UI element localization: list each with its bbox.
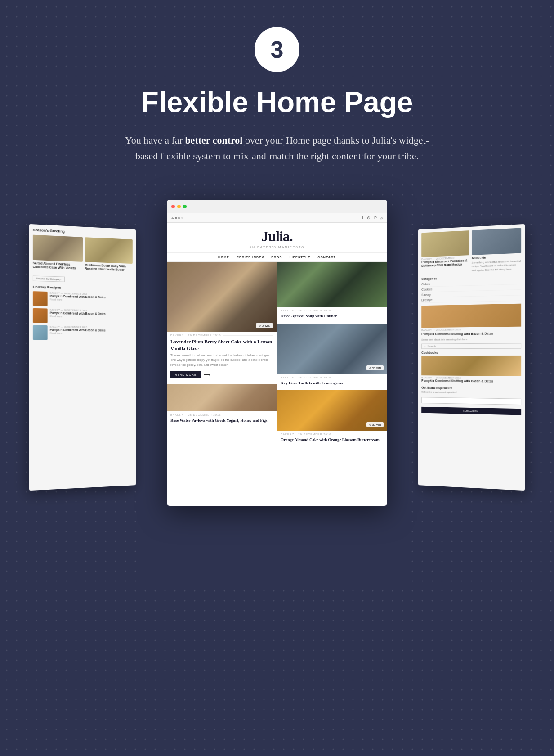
featured-image-area: ⊙ 30 MIN [167,262,277,332]
post-section-label-4: BAKERY 26 DECEMBER 2016 [277,374,387,379]
cinnamon-rolls-image [167,262,277,332]
facebook-icon[interactable]: f [362,216,363,220]
blog-logo: Julia. [176,228,378,245]
apricot-post-title: Dried Apricot Soup with Emmer [277,312,387,321]
post-image-woman [471,228,521,256]
bottom-left-post: BAKERY 26 DECEMBER 2016 Rose Water Pavlo… [167,382,277,425]
list-item-image [33,291,48,306]
pavlova-image [167,384,277,411]
pinterest-icon[interactable]: P [374,216,377,220]
section-description: You have a far better control over your … [124,132,430,164]
list-item: BAKERY — 26 DECEMBER 2016 Pumpkin Cornbr… [33,291,133,308]
nav-contact[interactable]: CONTACT [317,256,336,259]
list-item: Salted Almond Flourless Chocolate Cake W… [33,235,83,271]
nav-icons: f ⊙ P ⌕ [362,216,383,220]
section-title: Flexible Home Page [141,86,413,119]
browser-dot-green[interactable] [183,205,187,208]
post-section-label-2: BAKERY 26 DECEMBER 2016 [167,411,277,417]
left-page-mockup: Season's Greeting Salted Almond Flourles… [29,224,136,490]
right-top-grid: BAKERY — 26 DECEMBER Pumpkin Macarons Pa… [421,228,521,274]
list-item: BAKERY — 26 DECEMBER 2016 Pumpkin Cornbr… [33,325,133,341]
browser-nav-bar: ABOUT f ⊙ P ⌕ [167,213,387,223]
post-section-label-3: BAKERY 26 DECEMBER 2016 [277,307,387,312]
browser-dot-yellow[interactable] [177,205,181,208]
post-image-pumpkin [421,304,521,328]
blog-nav: HOME RECIPE INDEX FOOD LIFESTYLE CONTACT [167,253,387,262]
post-section-label: BAKERY 26 DECEMBER 2016 [167,332,277,337]
pavlova-image-area [167,384,277,411]
time-badge-2: ⊙ 30 MIN [366,365,384,370]
post-title: Pumpkin Cornbread Stuffing with Bacon & … [421,379,521,383]
post-image-mushroom [85,237,132,264]
instagram-icon[interactable]: ⊙ [367,216,371,220]
subscribe-input[interactable] [421,397,521,405]
browser-showcase: Season's Greeting Salted Almond Flourles… [30,200,524,506]
nav-about-link[interactable]: ABOUT [171,216,184,220]
tartlets-image-area: ⊙ 30 MIN [277,324,387,374]
featured-post-title: Lavender Plum Berry Sheet Cake with a Le… [167,337,277,353]
blog-header: Julia. AN EATER'S MANIFESTO [167,223,387,253]
post-title: Pumpkin Macarons Pancakes & Buttercup Ch… [421,259,469,268]
post-title: Salted Almond Flourless Chocolate Cake W… [33,261,83,271]
almond-cake-post-title: Orange Almond Cake with Orange Blossom B… [277,436,387,445]
blog-content-grid: ⊙ 30 MIN BAKERY 26 DECEMBER 2016 Lavende… [167,262,387,506]
blog-right-column: BAKERY 26 DECEMBER 2016 Dried Apricot So… [277,262,387,506]
left-post-grid: Salted Almond Flourless Chocolate Cake W… [33,235,133,273]
featured-post-excerpt: There's something almost magical about t… [167,353,277,370]
browser-dots [171,205,187,208]
list-item-image [33,308,48,323]
search-icon[interactable]: ⌕ [380,216,383,220]
step-number: 3 [271,36,284,63]
post-section-label-5: BAKERY 26 DECEMBER 2016 [277,431,387,436]
post-title: Mushroom Dutch Baby With Roasted Chanter… [85,263,132,272]
time-badge: ⊙ 30 MIN [256,323,273,328]
nav-recipe-index[interactable]: RECIPE INDEX [237,256,264,259]
apricot-soup-image [277,262,387,307]
search-icon: ⌕ [424,345,426,348]
time-badge-3: ⊙ 30 MIN [366,422,384,427]
nav-food[interactable]: FOOD [271,256,282,259]
browse-category-button[interactable]: Browse by Category: [33,276,65,282]
nav-lifestyle[interactable]: LIFESTYLE [290,256,311,259]
arrow-icon: ⟶ [204,372,210,377]
browser-dot-red[interactable] [171,205,175,208]
search-box[interactable]: ⌕ Search [421,343,521,349]
main-browser: ABOUT f ⊙ P ⌕ Julia. AN EATER'S MANIFEST… [167,200,387,506]
blog-left-column: ⊙ 30 MIN BAKERY 26 DECEMBER 2016 Lavende… [167,262,277,506]
list-item: BAKERY — 26 DECEMBER 2016 Pumpkin Cornbr… [33,308,133,324]
almond-cake-image-area: ⊙ 30 MIN [277,390,387,431]
list-item-image [33,325,48,340]
post-image-salted [33,235,83,262]
bottom-post-title: Rose Water Pavlova with Greek Yogurt, Ho… [167,417,277,425]
post-image-butter [421,230,469,257]
list-item: Mushroom Dutch Baby With Roasted Chanter… [85,237,132,272]
holiday-header: Holiday Recipes [33,285,133,292]
right-page-mockup: BAKERY — 26 DECEMBER Pumpkin Macarons Pa… [418,224,525,490]
subscribe-button[interactable]: SUBSCRIBE [421,407,521,416]
browser-toolbar [167,200,387,213]
nav-home[interactable]: HOME [218,256,229,259]
soup-image-area [277,262,387,307]
blog-tagline: AN EATER'S MANIFESTO [176,246,378,249]
tartlets-post-title: Key Lime Tartlets with Lemongrass [277,379,387,388]
read-more-area[interactable]: Read More ⟶ [170,371,273,378]
step-circle: 3 [255,27,299,72]
cookbooks-image [421,356,521,376]
read-more-button[interactable]: Read More [170,371,201,378]
